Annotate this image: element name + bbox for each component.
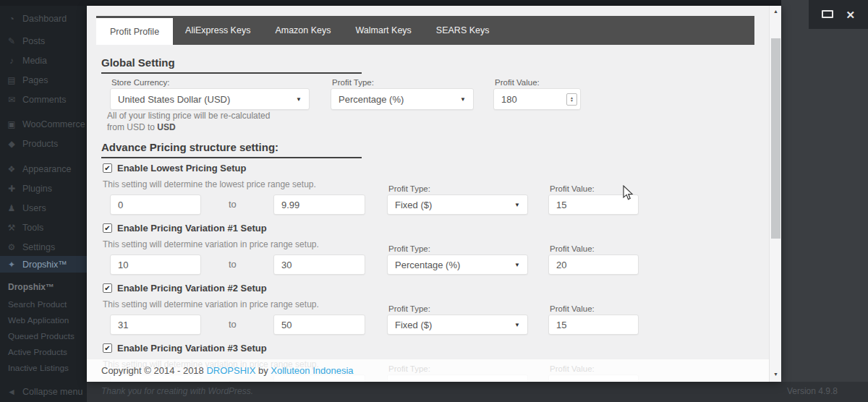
range-to-field	[273, 255, 365, 275]
row-profit-type-field: Profit Type: Fixed ($)▼	[387, 304, 528, 335]
lowest-pricing-toggle-row: ✔ Enable Lowest Pricing Setup	[103, 163, 246, 174]
range-from-input[interactable]	[118, 255, 193, 274]
tab-profit-profile[interactable]: Profit Profile	[96, 18, 173, 45]
range-to-input[interactable]	[281, 195, 357, 214]
row-profit-type-field: Profit Type: Fixed ($)▼	[387, 184, 528, 215]
tab-walmart-keys[interactable]: Walmart Keys	[344, 16, 424, 45]
maximize-icon	[822, 10, 833, 18]
copyright-text: Copyright © 2014 - 2018	[101, 365, 206, 376]
wordpress-thankyou-link[interactable]: Thank you for creating with WordPress.	[101, 386, 253, 396]
variation3-checkbox[interactable]: ✔	[103, 343, 112, 353]
variation1-checkbox[interactable]: ✔	[103, 223, 112, 233]
sidebar-item-woocommerce[interactable]: ▣WooCommerce	[0, 116, 87, 132]
pages-icon: ▤	[7, 75, 17, 85]
advance-pricing-heading: Advance Pricing structure setting:	[101, 141, 278, 153]
maximize-button[interactable]	[822, 8, 833, 21]
users-icon: ♟	[7, 203, 17, 213]
sidebar-item-comments[interactable]: ✉Comments	[0, 91, 87, 108]
popup-copyright-footer: Copyright © 2014 - 2018 DROPSHIX by Xoll…	[87, 359, 769, 382]
sidebar-item-label: Plugins	[22, 184, 52, 194]
scrollbar-thumb[interactable]	[771, 38, 780, 239]
chevron-down-icon: ▼	[460, 96, 466, 103]
sidebar-item-settings[interactable]: ⚙Settings	[0, 239, 87, 255]
lowest-pricing-desc: This setting will determine the lowest p…	[103, 179, 316, 189]
sidebar-item-label: Users	[22, 203, 46, 213]
global-profit-value-box: ▲▼	[493, 88, 581, 110]
chevron-down-icon: ▼	[296, 96, 302, 103]
sidebar-item-media[interactable]: ♪Media	[0, 52, 87, 69]
sidebar-item-search-product[interactable]: Search Product	[0, 299, 87, 309]
row-profit-value-input[interactable]	[556, 195, 631, 214]
row-profit-value-input[interactable]	[556, 255, 631, 274]
tab-amazon-keys[interactable]: Amazon Keys	[263, 16, 343, 45]
number-spinner[interactable]: ▲▼	[566, 93, 577, 106]
profit-type-value: Fixed ($)	[395, 200, 432, 210]
sidebar-item-dashboard[interactable]: ◔Dashboard	[0, 10, 87, 27]
row-profit-type-select[interactable]: Percentage (%)▼	[387, 255, 528, 275]
scroll-up-icon[interactable]: ▲	[770, 9, 781, 14]
range-to-input[interactable]	[281, 255, 357, 274]
note-prefix: from USD to	[107, 122, 157, 132]
global-setting-heading: Global Setting	[101, 56, 175, 69]
range-to-input[interactable]	[281, 315, 357, 334]
sidebar-item-label: Appearance	[22, 164, 71, 174]
sidebar-item-web-application[interactable]: Web Application	[0, 315, 87, 325]
row-profit-value-input[interactable]	[556, 315, 631, 334]
variation1-toggle-row: ✔ Enable Pricing Variation #1 Setup	[103, 223, 267, 234]
global-profit-value-input[interactable]	[501, 89, 566, 109]
range-to-field	[273, 194, 365, 215]
sidebar-item-plugins[interactable]: ✚Plugins	[0, 180, 87, 197]
row-profit-type-select[interactable]: Fixed ($)▼	[387, 315, 528, 335]
store-currency-field: Store Currency: United States Dollar (US…	[110, 78, 310, 110]
range-from-field	[110, 255, 201, 275]
scroll-down-icon[interactable]: ▼	[770, 372, 781, 377]
lowest-pricing-title: Enable Lowest Pricing Setup	[117, 163, 246, 174]
profit-value-label: Profit Value:	[548, 304, 639, 313]
row-profit-value-field: Profit Value:	[548, 244, 639, 275]
heading-rule	[101, 72, 362, 74]
popup-scrollbar[interactable]: ▲ ▼	[769, 6, 781, 382]
sidebar-item-label: Tools	[22, 223, 43, 233]
row-profit-value-field: Profit Value:	[548, 304, 639, 335]
profit-type-label: Profit Type:	[387, 244, 528, 253]
store-currency-label: Store Currency:	[110, 78, 310, 87]
collapse-menu-button[interactable]: ◄Collapse menu	[0, 383, 87, 400]
window-controls: ✕	[809, 0, 868, 29]
variation2-checkbox[interactable]: ✔	[103, 283, 112, 293]
variation1-desc: This setting will determine variation in…	[103, 239, 319, 249]
close-button[interactable]: ✕	[846, 9, 856, 20]
sidebar-item-active-products[interactable]: Active Products	[0, 347, 87, 357]
range-from-field	[110, 194, 201, 215]
tab-sears-keys[interactable]: SEARS Keys	[424, 16, 502, 45]
profit-value-label: Profit Value:	[493, 78, 581, 87]
sidebar-item-appearance[interactable]: ❖Appearance	[0, 161, 87, 177]
range-from-input[interactable]	[118, 315, 193, 334]
sidebar-item-pages[interactable]: ▤Pages	[0, 72, 87, 88]
sidebar-item-queued-products[interactable]: Queued Products	[0, 331, 87, 341]
sidebar-item-label: Dropshix™	[22, 260, 67, 270]
row-profit-type-select[interactable]: Fixed ($)▼	[387, 194, 528, 215]
xolluteon-link[interactable]: Xolluteon Indonesia	[271, 365, 353, 376]
sidebar-item-tools[interactable]: ⚒Tools	[0, 219, 87, 236]
dropshix-link[interactable]: DROPSHIX	[206, 365, 255, 376]
store-currency-select[interactable]: United States Dollar (USD) ▼	[110, 88, 310, 110]
lowest-pricing-checkbox[interactable]: ✔	[103, 163, 112, 173]
global-profit-value-field: Profit Value: ▲▼	[493, 78, 581, 110]
collapse-icon: ◄	[7, 387, 17, 397]
sidebar-item-inactive-listings[interactable]: Inactive Listings	[0, 363, 87, 373]
sidebar-submenu-dropshix[interactable]: Dropshix™	[0, 282, 87, 292]
sidebar-item-users[interactable]: ♟Users	[0, 200, 87, 216]
sidebar-item-products[interactable]: ◆Products	[0, 135, 87, 152]
sidebar-item-posts[interactable]: ✎Posts	[0, 33, 87, 49]
sidebar-item-dropshix[interactable]: ✦Dropshix™	[0, 256, 87, 273]
to-label: to	[229, 259, 237, 270]
global-profit-type-select[interactable]: Percentage (%) ▼	[331, 88, 474, 110]
note-currency-bold: USD	[157, 122, 175, 132]
sidebar-item-label: Posts	[22, 36, 45, 46]
products-icon: ◆	[7, 139, 17, 149]
tab-aliexpress-keys[interactable]: AliExpress Keys	[173, 16, 263, 45]
to-label: to	[229, 199, 237, 210]
settings-tab-bar: Profit Profile AliExpress Keys Amazon Ke…	[96, 16, 754, 45]
range-from-field	[110, 315, 201, 335]
range-from-input[interactable]	[118, 195, 193, 214]
